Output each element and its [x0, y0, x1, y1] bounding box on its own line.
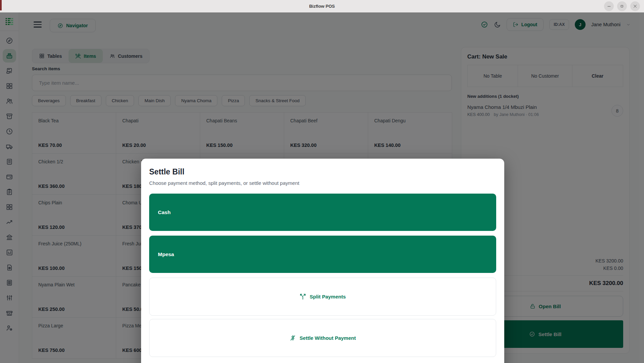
- window-edge-artifact: [0, 0, 2, 10]
- maximize-icon: [620, 4, 624, 8]
- settle-without-payment-button[interactable]: Settle Without Payment: [149, 319, 496, 357]
- close-button[interactable]: [630, 1, 640, 11]
- window-titlebar: Bizflow POS: [0, 0, 644, 12]
- settle-bill-modal: Settle Bill Choose payment method, split…: [141, 159, 504, 363]
- minimize-icon: [607, 4, 611, 8]
- split-icon: [300, 293, 306, 300]
- pay-mpesa-button[interactable]: Mpesa: [149, 236, 496, 273]
- maximize-button[interactable]: [617, 1, 627, 11]
- window-title: Bizflow POS: [309, 4, 335, 9]
- pay-cash-button[interactable]: Cash: [149, 194, 496, 231]
- modal-title: Settle Bill: [149, 167, 496, 176]
- modal-subtitle: Choose payment method, split payments, o…: [149, 180, 496, 186]
- split-payments-button[interactable]: Split Payments: [149, 278, 496, 316]
- minimize-button[interactable]: [604, 1, 614, 11]
- close-icon: [633, 4, 637, 8]
- dollar-slash-icon: [290, 335, 296, 341]
